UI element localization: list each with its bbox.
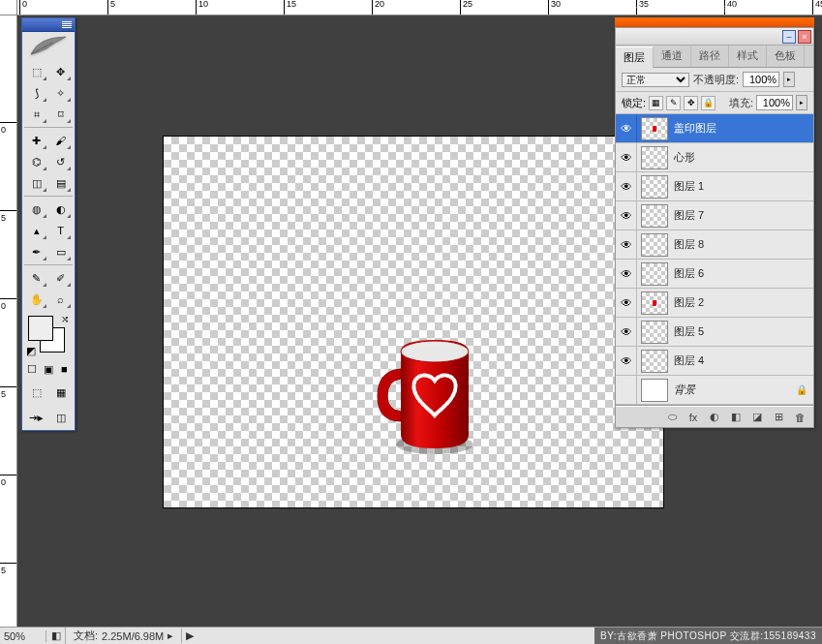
visibility-toggle[interactable]: 👁	[616, 289, 637, 317]
tab-0[interactable]: 图层	[616, 46, 654, 68]
eyedropper-tool[interactable]: ✐	[48, 267, 73, 289]
panel-dock-header[interactable]	[615, 17, 814, 27]
visibility-toggle[interactable]: 👁	[616, 318, 637, 346]
layer-row[interactable]: 👁图层 2	[616, 289, 813, 318]
panel-titlebar[interactable]: – ×	[616, 28, 813, 46]
layer-thumbnail[interactable]	[641, 350, 668, 373]
marquee-tool[interactable]: ⬚	[24, 61, 48, 82]
fullscreen-menu-button[interactable]: ▣	[41, 360, 56, 378]
ruler-origin[interactable]	[0, 0, 17, 15]
path-select-tool[interactable]: ▴	[24, 220, 48, 241]
layer-name-label[interactable]: 图层 6	[672, 266, 796, 281]
layer-name-label[interactable]: 背景	[672, 383, 796, 397]
lock-transparency-icon[interactable]: ▦	[649, 96, 663, 110]
minimize-button[interactable]: –	[782, 30, 796, 44]
visibility-toggle[interactable]: 👁	[616, 347, 637, 375]
layer-row[interactable]: 👁图层 1	[616, 172, 813, 201]
visibility-toggle[interactable]: 👁	[616, 172, 637, 200]
document-canvas[interactable]	[163, 136, 664, 508]
jump-to-button[interactable]: ⇥▸	[24, 407, 48, 428]
lock-position-icon[interactable]: ✥	[684, 96, 698, 110]
fill-input[interactable]	[756, 95, 793, 110]
swap-colors-icon[interactable]: ⤭	[61, 314, 69, 324]
hand-tool[interactable]: ✋	[24, 289, 48, 310]
opacity-flyout-icon[interactable]: ▸	[783, 72, 795, 87]
layer-row[interactable]: 👁图层 8	[616, 230, 813, 260]
fill-flyout-icon[interactable]: ▸	[796, 95, 807, 110]
status-icon[interactable]: ◧	[46, 628, 66, 644]
layer-name-label[interactable]: 心形	[672, 150, 796, 165]
default-colors-icon[interactable]: ◩	[26, 345, 38, 356]
history-brush-tool[interactable]: ↺	[48, 151, 73, 172]
layer-thumbnail[interactable]	[641, 379, 668, 402]
layer-row[interactable]: 背景🔒	[616, 376, 813, 405]
slice-tool[interactable]: ⌑	[48, 104, 73, 125]
layer-row[interactable]: 👁图层 4	[616, 347, 813, 376]
edit-quickmask-button[interactable]: ▦	[48, 382, 73, 403]
layer-thumbnail[interactable]	[641, 321, 668, 344]
gradient-tool[interactable]: ▤	[48, 172, 73, 194]
group-button[interactable]: ◪	[747, 410, 767, 425]
ruler-horizontal[interactable]: 051015202530354045	[17, 0, 822, 15]
move-tool[interactable]: ✥	[48, 61, 73, 82]
layer-thumbnail[interactable]	[641, 175, 668, 199]
mask-button[interactable]: ◐	[705, 410, 724, 425]
blur-tool[interactable]: ◍	[24, 199, 48, 220]
type-tool[interactable]: T	[48, 220, 73, 241]
layer-name-label[interactable]: 图层 5	[672, 324, 796, 339]
pen-tool[interactable]: ✒	[24, 241, 48, 262]
blend-mode-select[interactable]: 正常	[622, 73, 689, 87]
layer-name-label[interactable]: 图层 4	[672, 353, 796, 368]
ruler-vertical[interactable]: 0505050	[0, 15, 17, 627]
adjustment-button[interactable]: ◧	[726, 410, 746, 425]
fx-button[interactable]: fx	[684, 410, 703, 425]
delete-button[interactable]: 🗑	[790, 410, 809, 425]
tab-4[interactable]: 色板	[767, 46, 805, 67]
standard-mode-button[interactable]: ☐	[24, 360, 40, 378]
stamp-tool[interactable]: ⌬	[24, 151, 48, 172]
visibility-toggle[interactable]: 👁	[616, 143, 637, 171]
foreground-color-swatch[interactable]	[28, 316, 53, 341]
imageready-button[interactable]: ◫	[48, 407, 73, 428]
tab-3[interactable]: 样式	[729, 46, 767, 67]
layer-row[interactable]: 👁心形	[616, 143, 813, 172]
layer-thumbnail[interactable]	[641, 146, 668, 169]
zoom-tool[interactable]: ⌕	[48, 289, 73, 310]
zoom-field[interactable]: 50%	[0, 630, 46, 642]
lasso-tool[interactable]: ⟆	[24, 82, 48, 104]
visibility-toggle[interactable]: 👁	[616, 260, 637, 288]
tools-panel-header[interactable]	[22, 18, 75, 32]
lock-pixels-icon[interactable]: ✎	[666, 96, 681, 110]
layer-name-label[interactable]: 盖印图层	[672, 121, 796, 136]
notes-tool[interactable]: ✎	[24, 267, 48, 289]
lock-all-icon[interactable]: 🔒	[701, 96, 715, 110]
shape-tool[interactable]: ▭	[48, 241, 73, 262]
layer-thumbnail[interactable]	[641, 291, 668, 315]
layer-row[interactable]: 👁图层 6	[616, 260, 813, 289]
status-play-icon[interactable]: ▶	[182, 629, 198, 642]
tab-2[interactable]: 路径	[691, 46, 729, 67]
healing-tool[interactable]: ✚	[24, 130, 48, 151]
visibility-toggle[interactable]: 👁	[616, 114, 637, 142]
magic-wand-tool[interactable]: ✧	[48, 82, 73, 104]
layer-name-label[interactable]: 图层 2	[672, 295, 796, 310]
edit-standard-button[interactable]: ⬚	[24, 382, 48, 403]
close-button[interactable]: ×	[798, 30, 811, 44]
new-layer-button[interactable]: ⊞	[769, 410, 788, 425]
visibility-toggle[interactable]: 👁	[616, 230, 637, 259]
brush-tool[interactable]: 🖌	[48, 130, 73, 151]
doc-flyout-icon[interactable]: ▸	[167, 629, 173, 642]
layer-thumbnail[interactable]	[641, 233, 668, 257]
layer-name-label[interactable]: 图层 7	[672, 208, 796, 223]
visibility-toggle[interactable]: 👁	[616, 201, 637, 230]
tab-1[interactable]: 通道	[654, 46, 691, 67]
link-button[interactable]: ⬭	[662, 410, 682, 425]
visibility-toggle[interactable]	[616, 376, 637, 404]
layer-name-label[interactable]: 图层 1	[672, 179, 796, 194]
eraser-tool[interactable]: ◫	[24, 172, 48, 194]
layer-row[interactable]: 👁图层 7	[616, 201, 813, 230]
layer-row[interactable]: 👁图层 5	[616, 318, 813, 347]
layer-name-label[interactable]: 图层 8	[672, 237, 796, 252]
opacity-input[interactable]	[743, 72, 779, 87]
layer-thumbnail[interactable]	[641, 204, 668, 228]
